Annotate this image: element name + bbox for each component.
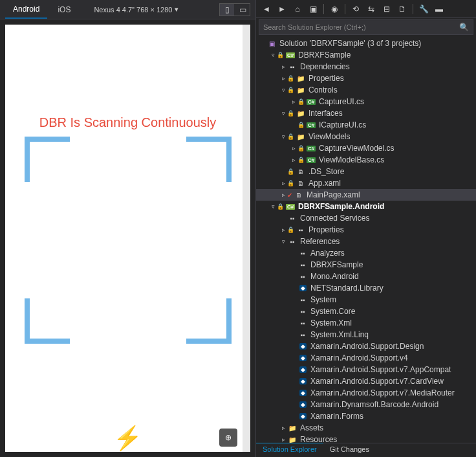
tree-row[interactable]: ◆Xamarin.Android.Support.v4	[256, 352, 476, 364]
tree-row[interactable]: ▪▪System	[256, 294, 476, 306]
tree-node-label: Mono.Android	[310, 272, 359, 281]
tree-row[interactable]: ▪▪Mono.Android	[256, 271, 476, 282]
home-icon[interactable]: ⌂	[291, 3, 304, 16]
tree-row[interactable]: ▹🔒▪▪Properties	[256, 224, 476, 236]
tree-row[interactable]: ▹▪▪Dependencies	[256, 61, 476, 72]
scan-status-text: DBR Is Scanning Continuously	[5, 115, 250, 130]
tree-row[interactable]: ◆NETStandard.Library	[256, 282, 476, 294]
tree-row[interactable]: ◆Xamarin.Android.Support.Design	[256, 340, 476, 352]
corner-bl	[25, 298, 70, 344]
tree-row[interactable]: ▣Solution 'DBRXFSample' (3 of 3 projects…	[256, 38, 476, 49]
tree-row[interactable]: ▿🔒📁Interfaces	[256, 107, 476, 119]
tree-row[interactable]: ◆Xamarin.Android.Support.v7.MediaRouter	[256, 387, 476, 399]
lock-icon: 🔒	[287, 110, 294, 117]
expander-icon[interactable]: ▿	[279, 238, 287, 245]
tree-row[interactable]: ▹📁Assets	[256, 422, 476, 434]
tab-solution-explorer[interactable]: Solution Explorer	[256, 443, 323, 457]
expander-icon[interactable]: ▹	[279, 436, 287, 443]
pending-changes-icon[interactable]: ◉	[328, 3, 341, 16]
tree-row[interactable]: ▹📁Resources	[256, 434, 476, 443]
tree-node-label: Xamarin.Forms	[310, 412, 363, 421]
switch-views-icon[interactable]: ▣	[307, 3, 319, 16]
tree-row[interactable]: 🔒🗎.DS_Store	[256, 166, 476, 177]
tab-git-changes[interactable]: Git Changes	[323, 443, 376, 457]
search-box: 🔍	[259, 19, 473, 35]
expander-icon[interactable]: ▹	[290, 145, 298, 151]
tree-row[interactable]: 🔒C#ICaptureUI.cs	[256, 119, 476, 131]
corner-tr	[186, 137, 232, 182]
tree-row[interactable]: ▿🔒C#DBRXFSample	[256, 49, 476, 61]
orientation-toggle: ▯ ▭	[219, 3, 250, 16]
solution-tree[interactable]: ▣Solution 'DBRXFSample' (3 of 3 projects…	[256, 36, 476, 443]
portrait-icon[interactable]: ▯	[220, 4, 234, 16]
tree-row[interactable]: ▪▪System.Core	[256, 306, 476, 317]
lock-icon: 🔒	[287, 180, 294, 186]
back-icon[interactable]: ◄	[260, 3, 273, 16]
search-icon[interactable]: 🔍	[455, 23, 473, 32]
show-all-icon[interactable]: 🗋	[396, 3, 409, 16]
expander-icon[interactable]: ▿	[269, 52, 277, 58]
tree-row[interactable]: ▹🔒📁Properties	[256, 72, 476, 84]
tree-row[interactable]: ▿🔒📁Controls	[256, 84, 476, 96]
tree-row[interactable]: ◆Xamarin.Dynamsoft.Barcode.Android	[256, 399, 476, 410]
properties-icon[interactable]: 🔧	[417, 3, 430, 16]
preview-icon[interactable]: ▬	[433, 3, 446, 16]
expander-icon[interactable]: ▿	[279, 110, 287, 117]
expander-icon[interactable]: ▿	[269, 203, 277, 210]
tree-node-label: System.Core	[310, 307, 355, 316]
tree-row[interactable]: ◆Xamarin.Forms	[256, 410, 476, 422]
tree-node-label: References	[300, 237, 340, 246]
expander-icon[interactable]: ▹	[290, 98, 298, 105]
xaml-preview: DBR Is Scanning Continuously ⚡ ⊕	[5, 25, 250, 452]
forward-icon[interactable]: ►	[276, 3, 288, 16]
chevron-down-icon: ▾	[175, 5, 178, 14]
tree-row[interactable]: ▿▪▪References	[256, 236, 476, 247]
tab-android[interactable]: Android	[5, 1, 47, 19]
tree-row[interactable]: ▹🔒🗎App.xaml	[256, 177, 476, 189]
tree-row[interactable]: ▪▪Connected Services	[256, 212, 476, 224]
tree-row[interactable]: ▹✔🗎MainPage.xaml	[256, 189, 476, 201]
lock-icon: 🔒	[287, 87, 294, 93]
tree-row[interactable]: ◆Xamarin.Android.Support.v7.AppCompat	[256, 364, 476, 375]
expander-icon[interactable]: ▿	[279, 87, 287, 93]
tree-row[interactable]: ▪▪System.Xml	[256, 317, 476, 329]
expander-icon[interactable]: ▹	[279, 425, 287, 431]
collapse-icon[interactable]: ⊟	[380, 3, 393, 16]
tree-node-label: Xamarin.Dynamsoft.Barcode.Android	[310, 400, 438, 409]
designer-panel: Android iOS Nexus 4 4.7" 768 × 1280 ▾ ▯ …	[0, 0, 255, 457]
tree-row[interactable]: ▪▪DBRXFSample	[256, 259, 476, 271]
tree-row[interactable]: ▹🔒C#CaptureUI.cs	[256, 96, 476, 107]
search-input[interactable]	[259, 23, 455, 31]
tree-row[interactable]: ▪▪System.Xml.Linq	[256, 329, 476, 340]
device-selector[interactable]: Nexus 4 4.7" 768 × 1280 ▾	[94, 5, 178, 14]
expander-icon[interactable]: ▿	[279, 133, 287, 140]
expander-icon[interactable]: ▹	[279, 227, 287, 233]
expander-icon[interactable]: ▹	[279, 192, 287, 198]
expander-icon[interactable]: ▹	[279, 75, 287, 82]
tree-node-label: CaptureViewModel.cs	[319, 144, 395, 153]
expander-icon[interactable]: ▹	[290, 157, 298, 163]
tree-node-label: MainPage.xaml	[307, 190, 360, 199]
tree-row[interactable]: ▹🔒C#CaptureViewModel.cs	[256, 142, 476, 154]
tree-row[interactable]: ◆Xamarin.Android.Support.v7.CardView	[256, 375, 476, 387]
landscape-icon[interactable]: ▭	[235, 4, 250, 16]
tree-node-label: Resources	[300, 435, 337, 443]
tree-row[interactable]: ▪▪Analyzers	[256, 247, 476, 259]
zoom-button[interactable]: ⊕	[219, 429, 237, 447]
tree-node-label: ViewModels	[308, 132, 350, 141]
bottom-tab-bar: Solution Explorer Git Changes	[256, 443, 476, 457]
corner-br	[186, 298, 232, 344]
lock-icon: 🔒	[287, 227, 294, 233]
expander-icon[interactable]: ▹	[279, 180, 287, 186]
tree-row[interactable]: ▿🔒C#DBRXFSample.Android	[256, 201, 476, 212]
expander-icon[interactable]: ▹	[279, 63, 287, 70]
tree-node-label: NETStandard.Library	[310, 284, 384, 293]
tab-ios[interactable]: iOS	[50, 1, 78, 18]
tree-node-label: DBRXFSample	[310, 260, 363, 269]
refresh-icon[interactable]: ⇆	[365, 3, 378, 16]
preview-scrollbar[interactable]	[243, 25, 250, 452]
sync-icon[interactable]: ⟲	[349, 3, 362, 16]
tree-node-label: Controls	[308, 85, 338, 95]
tree-row[interactable]: ▿🔒📁ViewModels	[256, 131, 476, 142]
tree-row[interactable]: ▹🔒C#ViewModelBase.cs	[256, 154, 476, 166]
